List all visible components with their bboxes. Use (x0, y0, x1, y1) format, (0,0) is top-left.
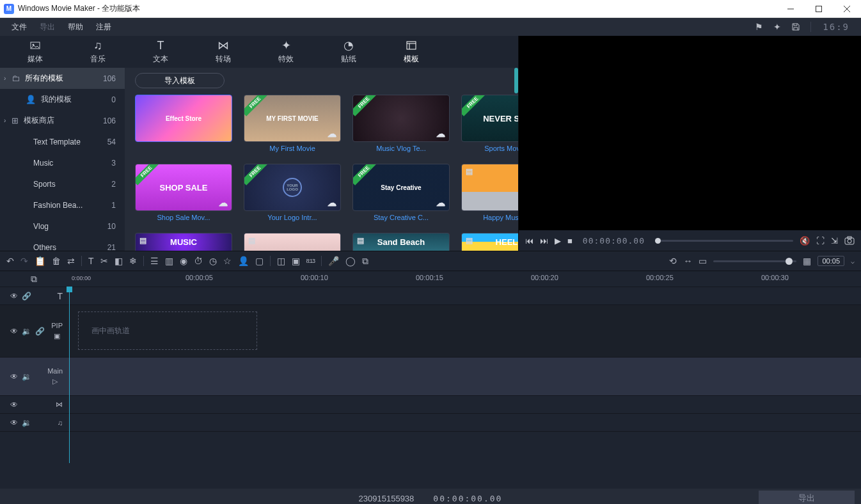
template-card[interactable]: HEELO▤ (461, 233, 518, 251)
star-icon[interactable]: ☆ (223, 256, 232, 266)
eye-icon[interactable]: 👁 (10, 372, 18, 381)
speaker-icon[interactable]: 🔉 (22, 327, 31, 336)
template-card[interactable]: ☁☁Music Vlog Te... (352, 95, 450, 152)
template-card[interactable]: ▤ (244, 233, 341, 251)
sidebar-item[interactable]: Vlog10 (0, 216, 125, 237)
main-track[interactable]: 👁🔉 Main▷ (0, 357, 861, 395)
redo-icon[interactable]: ↷ (20, 256, 28, 266)
speaker-icon[interactable]: 🔉 (22, 372, 31, 381)
swap-icon[interactable]: ⇄ (67, 256, 75, 266)
mic-icon[interactable]: 🎤 (328, 256, 339, 266)
sidebar-item[interactable]: 👤我的模板0 (0, 89, 125, 110)
link-icon[interactable]: 🔗 (35, 327, 45, 336)
refresh-icon[interactable]: ⟲ (669, 256, 677, 266)
template-card[interactable]: SHOP SALE☁☁Shop Sale Mov... (135, 164, 232, 221)
record-icon[interactable]: ◉ (180, 256, 187, 266)
import-template-button[interactable]: 导入模板 (135, 73, 225, 88)
crop-icon[interactable]: ◫ (277, 256, 285, 266)
next-button[interactable]: ⏭ (540, 236, 548, 246)
stop-button[interactable]: ■ (567, 236, 573, 246)
maximize-button[interactable] (805, 0, 833, 18)
aspect-ratio[interactable]: 16:9 (810, 22, 849, 32)
template-card[interactable]: NEVER STOP☁☁Sports Movie I... (461, 95, 518, 152)
menu-help[interactable]: 帮助 (61, 18, 90, 36)
tab-sticker[interactable]: ◔贴纸 (317, 36, 380, 68)
transition-track[interactable]: 👁 ⋈ (0, 395, 861, 413)
undo-icon[interactable]: ↶ (6, 256, 14, 266)
preview-progress[interactable] (655, 240, 793, 242)
expand-icon[interactable]: ⌵ (851, 258, 855, 265)
playhead[interactable] (69, 287, 70, 463)
sidebar-item[interactable]: ›🗀所有的模板106 (0, 68, 125, 89)
template-card[interactable]: Sand Beach▤ (352, 233, 450, 251)
menu-export[interactable]: 导出 (33, 18, 61, 36)
audio-track[interactable]: 👁🔉 ♫ (0, 413, 861, 431)
template-card[interactable]: MY FIRST MOVIE☁☁My First Movie (244, 95, 341, 152)
preview-video[interactable] (519, 36, 861, 230)
eye-icon[interactable]: 👁 (10, 400, 18, 409)
tab-effects[interactable]: ✦特效 (255, 36, 317, 68)
eye-icon[interactable]: 👁 (10, 327, 18, 336)
eye-icon[interactable]: 👁 (10, 292, 18, 301)
pip-track[interactable]: 👁🔉🔗 PIP▣ 画中画轨道 (0, 304, 861, 357)
fit-icon[interactable]: ↔ (683, 256, 692, 266)
compare-icon[interactable]: ⇲ (831, 236, 838, 246)
fullscreen-icon[interactable]: ⛶ (816, 236, 825, 246)
menu-file[interactable]: 文件 (5, 18, 33, 36)
freeze-icon[interactable]: ❄ (129, 256, 137, 266)
adjust-icon[interactable]: ◧ (115, 256, 123, 266)
duplicate-icon[interactable]: ⧉ (31, 274, 37, 285)
save-icon[interactable] (791, 22, 800, 31)
speaker-icon[interactable]: 🔉 (22, 418, 31, 427)
tab-music[interactable]: ♫音乐 (67, 36, 129, 68)
tab-text[interactable]: T文本 (129, 36, 192, 68)
sidebar-item[interactable]: Fashion Bea...1 (0, 194, 125, 216)
template-card[interactable]: ☁☁☁▤Happy Music D... (461, 164, 518, 221)
tab-transition[interactable]: ⋈转场 (192, 36, 255, 68)
menu-register[interactable]: 注册 (90, 18, 118, 36)
tv-icon[interactable]: ▢ (255, 256, 264, 266)
sidebar-item[interactable]: Sports2 (0, 173, 125, 194)
clock-icon[interactable]: ◷ (209, 256, 217, 266)
magic-icon[interactable]: ✦ (773, 22, 781, 32)
sidebar-item[interactable]: Music3› (0, 152, 125, 173)
delete-icon[interactable]: 🗑 (52, 256, 61, 266)
timeline-ruler[interactable]: ⧉ 0:00:00 00:00:05 00:00:10 00:00:15 00:… (0, 271, 861, 287)
template-card[interactable]: YOURLOGO☁☁Your Logo Intr... (244, 164, 341, 221)
clipboard-icon[interactable]: 📋 (35, 256, 45, 266)
columns-icon[interactable]: ▥ (165, 256, 173, 266)
sidebar-item[interactable]: ›⊞模板商店106 (0, 110, 125, 131)
pip-drop-zone[interactable]: 画中画轨道 (78, 311, 257, 350)
link-icon[interactable]: 🔗 (22, 292, 31, 301)
person-icon[interactable]: 👤 (238, 256, 249, 266)
prev-button[interactable]: ⏮ (525, 236, 533, 246)
eye-icon[interactable]: 👁 (10, 418, 18, 427)
text-tool-icon[interactable]: T (88, 256, 94, 266)
sidebar-item[interactable]: Others21 (0, 237, 125, 251)
mask-icon[interactable]: ▣ (292, 256, 300, 266)
view-mode-icon[interactable]: ▦ (803, 256, 811, 266)
camera-icon[interactable]: ◯ (345, 256, 356, 266)
tab-template[interactable]: 模板 (380, 36, 443, 68)
subtitle-icon[interactable]: ⧉ (362, 256, 368, 267)
minimize-button[interactable] (777, 0, 805, 18)
content-scrollbar[interactable] (514, 68, 518, 93)
template-card[interactable]: MUSIC▤ (135, 233, 232, 251)
template-card[interactable]: Effect Store (135, 95, 232, 152)
list-icon[interactable]: ☰ (150, 256, 159, 266)
cut-icon[interactable]: ✂ (100, 256, 108, 266)
snapshot-icon[interactable] (844, 236, 855, 246)
flag-icon[interactable]: ⚑ (755, 22, 763, 32)
close-button[interactable] (833, 0, 861, 18)
tab-media[interactable]: 媒体 (4, 36, 67, 68)
zoom-out-icon[interactable]: ▭ (699, 256, 707, 266)
sidebar-item[interactable]: Text Template54 (0, 131, 125, 152)
zoom-slider[interactable] (713, 260, 796, 262)
mute-icon[interactable]: 🔇 (800, 236, 810, 246)
speed-icon[interactable]: 8:13 (306, 258, 315, 264)
timer-icon[interactable]: ⏱ (194, 256, 203, 266)
play-button[interactable]: ▶ (555, 236, 561, 246)
export-button[interactable]: 导出 (759, 491, 855, 504)
text-track[interactable]: 👁🔗 T (0, 287, 861, 304)
template-card[interactable]: Stay Creative☁☁Stay Creative C... (352, 164, 450, 221)
